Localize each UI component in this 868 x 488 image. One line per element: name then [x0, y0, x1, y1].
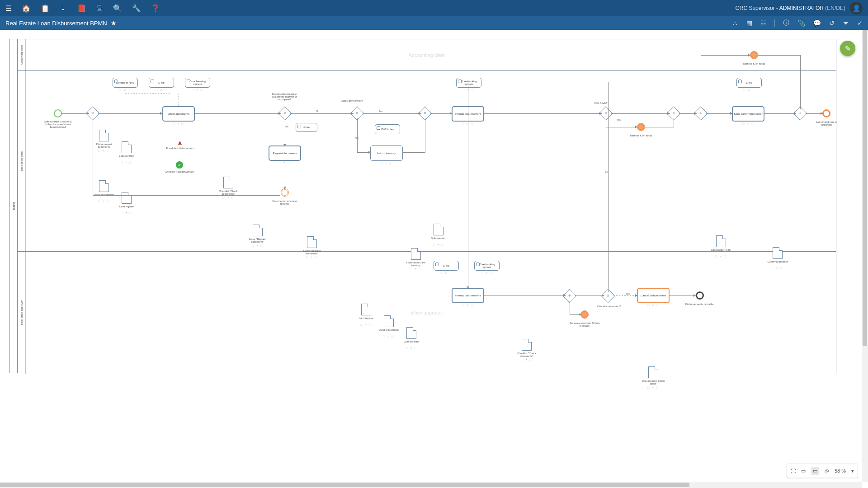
data-land-register[interactable]: Land register⬚ ↗ ⬚	[122, 192, 132, 204]
home-icon[interactable]: 🏠	[22, 4, 31, 13]
datastore-corebank[interactable]: Core banking system⬚ ↗ ⬚	[185, 78, 210, 88]
zoom-level[interactable]: 58 %	[835, 468, 846, 474]
wrench-icon[interactable]: 🔧	[132, 4, 141, 13]
help-icon[interactable]: ❓	[151, 4, 160, 13]
data-disbursement-docs[interactable]: Disbursement documents⬚ ↗ ⬚	[99, 130, 109, 141]
gateway-label-kfin: KFin funds?	[587, 102, 614, 104]
task-instruct-disbursement-2[interactable]: Instruct disbursement⬚ ↗ ⬚	[452, 288, 484, 303]
task-send-confirmation[interactable]: Send confirmation letter⬚ ↗ ⬚	[732, 106, 764, 122]
event-retrieve-kfin[interactable]: Retrieve KFin funds	[637, 123, 645, 131]
lane-watermark-3: office approver	[410, 310, 443, 315]
user-info: GRC Supervisor - ADMINISTRATOR (EN/DE)	[735, 5, 845, 11]
data-loan-contract-2[interactable]: Loan contract⬚ ↗ ⬚	[406, 327, 416, 339]
horizontal-scrollbar[interactable]	[0, 482, 862, 488]
chevron-down-icon[interactable]: ▾	[851, 468, 854, 474]
datastore-dynamics[interactable]: Dynamics NAV⬚ ↗ ⬚	[113, 78, 138, 88]
edit-fab[interactable]: ✎	[840, 41, 855, 56]
task-check-documents[interactable]: Check documents⬚ ↗ ⬚	[162, 106, 195, 122]
top-toolbar: ☰ 🏠 📋 ⭳ 📕 🖶 🔍 🔧 ❓ GRC Supervisor - ADMIN…	[0, 0, 868, 16]
search-icon[interactable]: 🔍	[113, 4, 122, 13]
task-cancel-disbursement[interactable]: Cancel disbursement⬚ ↗ ⬚	[637, 288, 670, 303]
locate-icon[interactable]: ◎	[825, 468, 829, 474]
bpmn-pool: Bank Accounting clerk Accounting clerk R…	[9, 39, 836, 373]
filter-icon[interactable]: ⏷	[843, 19, 849, 27]
data-loan-contract[interactable]: Loan contract⬚ ↗ ⬚	[122, 141, 132, 153]
vertical-scrollbar[interactable]	[862, 30, 868, 482]
event-gen-schufa[interactable]: Generate electronic Schufa message	[580, 310, 589, 319]
data-conf-letter1[interactable]: Confirmation letter⬚ ↗ ⬚	[716, 235, 726, 247]
sub-toolbar: Real Estate Loan Disbursement BPMN ★ ⛬ ▦…	[0, 16, 868, 30]
task-inform-treasury[interactable]: Inform treasury⬚ ↗ ⬚	[370, 145, 403, 161]
sub-right-icons: ⛬ ▦ ☷ ⓘ 📎 💬 ↺ ⏷ ✓	[732, 19, 863, 27]
favorite-icon[interactable]: ★	[111, 19, 117, 27]
datastore-ibmnotes[interactable]: IBM Notes	[375, 124, 400, 134]
data-deed-mortgage-2[interactable]: Deed of mortgage⬚ ↗ ⬚	[384, 315, 394, 327]
gateway-label: Disbursement request documents incorrect…	[271, 93, 298, 101]
data-land-register-2[interactable]: Land register⬚ ↗ ⬚	[361, 304, 371, 315]
info-icon[interactable]: ⓘ	[783, 19, 789, 27]
data-disbursement[interactable]: Disbursement⬚ ↗ ⬚	[434, 224, 443, 235]
event-retrieve-kfin-top[interactable]: Retrieve KFin funds	[750, 51, 758, 59]
list-icon[interactable]: ☷	[760, 19, 766, 27]
hierarchy-icon[interactable]: ⛬	[732, 19, 738, 27]
book-icon[interactable]: 📕	[77, 4, 86, 13]
risk-icon[interactable]: ▲Fraudulent disbursement	[176, 139, 184, 146]
datastore-efile[interactable]: E-file⬚ ↗ ⬚	[149, 78, 174, 88]
attach-icon[interactable]: 📎	[797, 19, 805, 27]
download-icon[interactable]: ⭳	[60, 4, 67, 12]
datastore-efile4[interactable]: E-file⬚ ↗ ⬚	[736, 78, 762, 88]
datastore-efile2[interactable]: E-file	[296, 123, 317, 132]
gateway-label-sameday: Same day payment	[339, 99, 366, 102]
data-deed-mortgage[interactable]: Deed of mortgage⬚ ↗ ⬚	[99, 180, 109, 192]
gateway-label-cancel: Cancellation wanted?	[595, 305, 623, 308]
control-icon[interactable]: ✓Checklist fraud prevention	[176, 161, 183, 169]
menu-icon[interactable]: ☰	[5, 4, 12, 13]
history-icon[interactable]: ↺	[829, 19, 835, 27]
datastore-corebank3[interactable]: Core banking system⬚ ↗ ⬚	[474, 261, 500, 271]
datastore-corebank2[interactable]: Core banking system⬚ ↗ ⬚	[456, 78, 481, 88]
event-end-disbursed[interactable]: Loan installment is disbursed	[822, 109, 830, 117]
data-letter-req2[interactable]: Letter "Request documents"⬚ ↗ ⬚	[307, 236, 317, 248]
task-request-documents[interactable]: Request documents⬚ ↗ ⬚	[269, 145, 301, 161]
data-letter-req1[interactable]: Letter "Request documents"⬚ ↗ ⬚	[253, 225, 263, 236]
datastore-efile3[interactable]: E-file⬚ ↗ ⬚	[434, 261, 459, 271]
fullscreen-icon[interactable]: ⛶	[791, 468, 796, 474]
lane-watermark: Accounting clerk	[409, 52, 445, 58]
lane-backoffice-clerk: Back office clerk Dynamics NAV⬚ ↗ ⬚ E-fi…	[18, 71, 836, 252]
page-title: Real Estate Loan Disbursement BPMN	[5, 20, 107, 27]
grid-icon[interactable]: ▦	[746, 19, 752, 27]
check-icon[interactable]: ✓	[857, 19, 863, 27]
divider	[774, 19, 775, 27]
avatar[interactable]: 👤	[850, 2, 863, 14]
fit-width-icon[interactable]: ▭	[801, 468, 806, 474]
lane-backoffice-approver: Back office approver office approver E-f…	[18, 252, 836, 374]
event-docs-received[interactable]: Documents have been received	[281, 188, 289, 197]
pool-header: Bank	[9, 39, 18, 373]
comment-icon[interactable]: 💬	[813, 19, 821, 27]
fit-page-icon[interactable]: ▭	[811, 467, 819, 475]
event-start[interactable]: Loan contract is closed & further docume…	[54, 109, 62, 117]
event-end-cancelled[interactable]: Disbursement is cancelled	[696, 291, 704, 300]
data-disb-guide[interactable]: Disbursement action guide⬚ ↗ ⬚	[648, 366, 658, 378]
toolbar-left-icons: ☰ 🏠 📋 ⭳ 📕 🖶 🔍 🔧 ❓	[5, 4, 160, 13]
clipboard-icon[interactable]: 📋	[41, 4, 50, 13]
diagram-canvas[interactable]: Bank Accounting clerk Accounting clerk R…	[0, 30, 868, 482]
print-icon[interactable]: 🖶	[96, 4, 103, 12]
data-checklist[interactable]: Checklist "Check documents"⬚ ↗ ⬚	[223, 177, 233, 188]
data-checklist-2[interactable]: Checklist "Check documents"⬚ ↗ ⬚	[522, 339, 532, 351]
zoom-toolbar: ⛶ ▭ ▭ ◎ 58 % ▾	[787, 464, 858, 478]
